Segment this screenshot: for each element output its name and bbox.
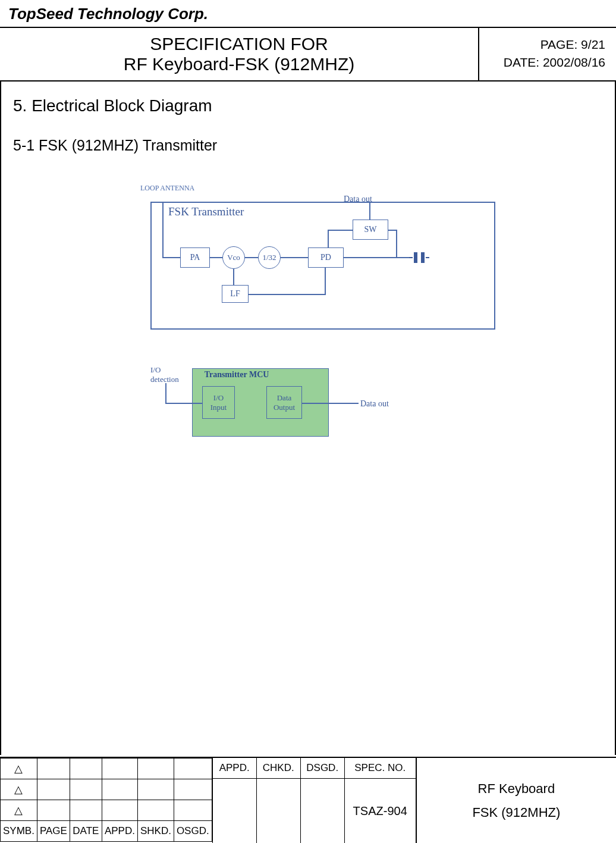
triangle-icon: △ (14, 804, 23, 817)
pd-block: PD (308, 247, 344, 268)
crystal-icon (409, 254, 430, 261)
empty-cell (174, 759, 212, 779)
title-line1: SPECIFICATION FOR (0, 34, 478, 54)
chkd-hdr: CHKD. (257, 758, 300, 779)
io-input-l1: I/O (213, 393, 224, 403)
empty-cell (137, 779, 174, 800)
pa-block: PA (180, 247, 210, 268)
line (162, 257, 180, 258)
empty-cell (37, 759, 70, 779)
data-out-right-label: Data out (360, 399, 389, 409)
line (328, 230, 353, 231)
empty-cell (174, 779, 212, 800)
chkd-body (257, 779, 300, 843)
page-label: PAGE: 9/21 (490, 37, 605, 52)
title-line2: RF Keyboard-FSK (912MHZ) (0, 54, 478, 74)
triangle-icon: △ (14, 762, 23, 775)
tri-cell: △ (1, 779, 37, 800)
io-det-l1: I/O (150, 365, 179, 375)
empty-cell (102, 800, 137, 821)
triangle-icon: △ (14, 783, 23, 796)
line (281, 257, 308, 258)
line (369, 202, 370, 220)
line (165, 403, 202, 404)
dsgd-col: DSGD. (301, 758, 345, 843)
content-area: 5. Electrical Block Diagram 5-1 FSK (912… (0, 82, 616, 755)
data-output-block: Data Output (266, 386, 302, 419)
divider-circle: 1/32 (258, 246, 281, 269)
line (233, 269, 234, 285)
line (249, 294, 326, 295)
empty-cell (37, 800, 70, 821)
appd-body (213, 779, 256, 843)
line (344, 257, 409, 258)
footer-left: △ △ △ SYMB. PAGE DATE APPD. SHKD. (0, 758, 213, 843)
title-block: SPECIFICATION FOR RF Keyboard-FSK (912MH… (0, 28, 616, 82)
line (302, 403, 359, 404)
empty-cell (137, 800, 174, 821)
empty-cell (174, 800, 212, 821)
mcu-title: Transmitter MCU (198, 370, 275, 380)
empty-cell (102, 779, 137, 800)
appd-hdr: APPD. (213, 758, 256, 779)
product-line1: RF Keyboard (478, 777, 555, 801)
specno-body: TSAZ-904 (345, 779, 416, 843)
empty-cell (70, 800, 102, 821)
line (325, 268, 326, 295)
line (165, 383, 166, 404)
line (162, 202, 164, 257)
io-input-l2: Input (210, 403, 227, 412)
hdr-appd: APPD. (102, 821, 137, 842)
dsgd-body (301, 779, 344, 843)
data-out-l1: Data (277, 393, 292, 403)
hdr-symb: SYMB. (1, 821, 37, 842)
hdr-shkd: SHKD. (137, 821, 174, 842)
specno-col: SPEC. NO. TSAZ-904 (345, 758, 416, 843)
footer-area: △ △ △ SYMB. PAGE DATE APPD. SHKD. (0, 757, 616, 843)
product-line2: FSK (912MHZ) (472, 801, 560, 825)
footer-mid: APPD. CHKD. DSGD. SPEC. NO. TSAZ-904 (213, 758, 416, 843)
line (245, 257, 258, 258)
empty-cell (70, 779, 102, 800)
chkd-col: CHKD. (257, 758, 301, 843)
empty-cell (37, 779, 70, 800)
empty-cell (102, 759, 137, 779)
line (328, 230, 329, 247)
section-title: 5. Electrical Block Diagram (13, 96, 603, 115)
appd-col: APPD. (213, 758, 257, 843)
footer-right: RF Keyboard FSK (912MHZ) (416, 758, 616, 843)
line (396, 230, 397, 258)
title-left: SPECIFICATION FOR RF Keyboard-FSK (912MH… (0, 28, 479, 80)
tri-cell: △ (1, 759, 37, 779)
hdr-date: DATE (70, 821, 102, 842)
tri-cell: △ (1, 800, 37, 821)
lf-block: LF (222, 285, 249, 303)
empty-cell (70, 759, 102, 779)
io-det-l2: detection (150, 375, 179, 384)
io-input-block: I/O Input (202, 386, 235, 419)
hdr-osgd: OSGD. (174, 821, 212, 842)
revision-table: △ △ △ SYMB. PAGE DATE APPD. SHKD. (0, 758, 212, 842)
data-out-l2: Output (274, 403, 295, 412)
company-header: TopSeed Technology Corp. (0, 0, 616, 28)
title-right: PAGE: 9/21 DATE: 2002/08/16 (479, 28, 616, 80)
loop-antenna-label: LOOP ANTENNA (140, 184, 194, 193)
line (210, 257, 222, 258)
hdr-page: PAGE (37, 821, 70, 842)
subsection-title: 5-1 FSK (912MHZ) Transmitter (13, 137, 603, 154)
vco-circle: Vco (222, 246, 245, 269)
specno-hdr: SPEC. NO. (345, 758, 416, 779)
date-label: DATE: 2002/08/16 (490, 55, 605, 70)
sw-block: SW (353, 220, 388, 240)
empty-cell (137, 759, 174, 779)
dsgd-hdr: DSGD. (301, 758, 344, 779)
io-detection-label: I/O detection (150, 365, 179, 384)
